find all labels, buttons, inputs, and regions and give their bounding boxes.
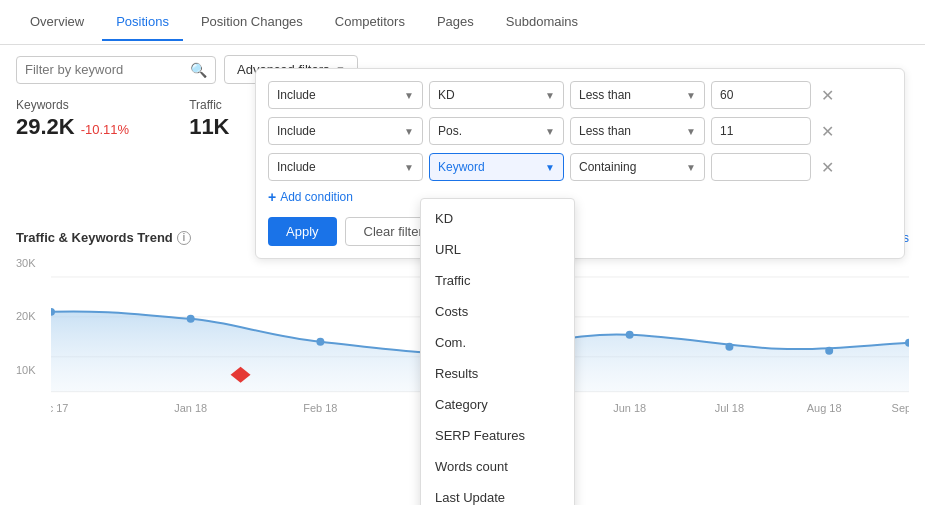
x-label-dec17: Dec 17: [51, 402, 68, 414]
chevron-down-icon: ▼: [545, 162, 555, 173]
condition-select-3[interactable]: Containing ▼: [570, 153, 705, 181]
add-condition-label: Add condition: [280, 190, 353, 204]
traffic-stat: Traffic 11K: [189, 98, 229, 140]
search-input[interactable]: [25, 62, 184, 77]
dropdown-item-com[interactable]: Com.: [421, 327, 574, 358]
tab-positions[interactable]: Positions: [102, 4, 183, 41]
filter-row-3: Include ▼ Keyword ▼ Containing ▼ ✕: [268, 153, 892, 181]
close-filter-3[interactable]: ✕: [817, 156, 838, 179]
filter-value-1[interactable]: [711, 81, 811, 109]
field-select-1[interactable]: KD ▼: [429, 81, 564, 109]
condition-select-1[interactable]: Less than ▼: [570, 81, 705, 109]
chevron-down-icon: ▼: [404, 162, 414, 173]
close-filter-1[interactable]: ✕: [817, 84, 838, 107]
dropdown-item-results[interactable]: Results: [421, 358, 574, 389]
dropdown-item-kd[interactable]: KD: [421, 203, 574, 234]
search-icon[interactable]: 🔍: [190, 62, 207, 78]
y-label-10k: 10K: [16, 364, 36, 376]
include-select-2[interactable]: Include ▼: [268, 117, 423, 145]
y-label-20k: 20K: [16, 310, 36, 322]
filter-panel: Include ▼ KD ▼ Less than ▼ ✕ Include ▼ P…: [255, 68, 905, 259]
info-icon[interactable]: i: [177, 231, 191, 245]
dropdown-item-url[interactable]: URL: [421, 234, 574, 265]
filter-actions: Apply Clear filter: [268, 217, 892, 246]
traffic-value: 11K: [189, 114, 229, 140]
dropdown-item-words-count[interactable]: Words count: [421, 451, 574, 482]
chart-point: [626, 331, 634, 339]
y-label-30k: 30K: [16, 257, 36, 269]
chart-point: [187, 315, 195, 323]
apply-button[interactable]: Apply: [268, 217, 337, 246]
x-label-jul18: Jul 18: [715, 402, 744, 414]
x-label-sep18: Sep 18: [892, 402, 909, 414]
plus-icon: +: [268, 189, 276, 205]
filter-value-3[interactable]: [711, 153, 811, 181]
chevron-down-icon: ▼: [545, 90, 555, 101]
tab-position-changes[interactable]: Position Changes: [187, 4, 317, 41]
close-filter-2[interactable]: ✕: [817, 120, 838, 143]
tab-overview[interactable]: Overview: [16, 4, 98, 41]
filter-row-2: Include ▼ Pos. ▼ Less than ▼ ✕: [268, 117, 892, 145]
keywords-change: -10.11%: [81, 122, 129, 137]
x-label-jun18: Jun 18: [613, 402, 646, 414]
chart-point: [825, 347, 833, 355]
traffic-label: Traffic: [189, 98, 229, 112]
tab-subdomains[interactable]: Subdomains: [492, 4, 592, 41]
condition-select-2[interactable]: Less than ▼: [570, 117, 705, 145]
dropdown-item-serp[interactable]: SERP Features: [421, 420, 574, 451]
field-select-2[interactable]: Pos. ▼: [429, 117, 564, 145]
x-label-jan18: Jan 18: [174, 402, 207, 414]
field-dropdown: KD URL Traffic Costs Com. Results Catego…: [420, 198, 575, 505]
include-select-1[interactable]: Include ▼: [268, 81, 423, 109]
x-label-feb18: Feb 18: [303, 402, 337, 414]
keywords-label: Keywords: [16, 98, 129, 112]
dropdown-item-traffic[interactable]: Traffic: [421, 265, 574, 296]
keywords-value: 29.2K: [16, 114, 75, 140]
filter-value-2[interactable]: [711, 117, 811, 145]
chevron-down-icon: ▼: [404, 126, 414, 137]
dropdown-item-last-update[interactable]: Last Update: [421, 482, 574, 505]
keywords-stat: Keywords 29.2K -10.11%: [16, 98, 129, 140]
tab-competitors[interactable]: Competitors: [321, 4, 419, 41]
field-select-3[interactable]: Keyword ▼: [429, 153, 564, 181]
chart-point: [316, 338, 324, 346]
filter-row-1: Include ▼ KD ▼ Less than ▼ ✕: [268, 81, 892, 109]
search-box[interactable]: 🔍: [16, 56, 216, 84]
dropdown-item-costs[interactable]: Costs: [421, 296, 574, 327]
tab-pages[interactable]: Pages: [423, 4, 488, 41]
include-select-3[interactable]: Include ▼: [268, 153, 423, 181]
y-axis-labels: 30K 20K 10K: [16, 257, 36, 437]
chevron-down-icon: ▼: [686, 126, 696, 137]
chevron-down-icon: ▼: [686, 90, 696, 101]
x-label-aug18: Aug 18: [807, 402, 842, 414]
nav-tabs: Overview Positions Position Changes Comp…: [0, 0, 925, 45]
chevron-down-icon: ▼: [404, 90, 414, 101]
add-condition-button[interactable]: + Add condition: [268, 189, 892, 205]
chart-point: [725, 343, 733, 351]
chevron-down-icon: ▼: [545, 126, 555, 137]
chevron-down-icon: ▼: [686, 162, 696, 173]
dropdown-item-category[interactable]: Category: [421, 389, 574, 420]
